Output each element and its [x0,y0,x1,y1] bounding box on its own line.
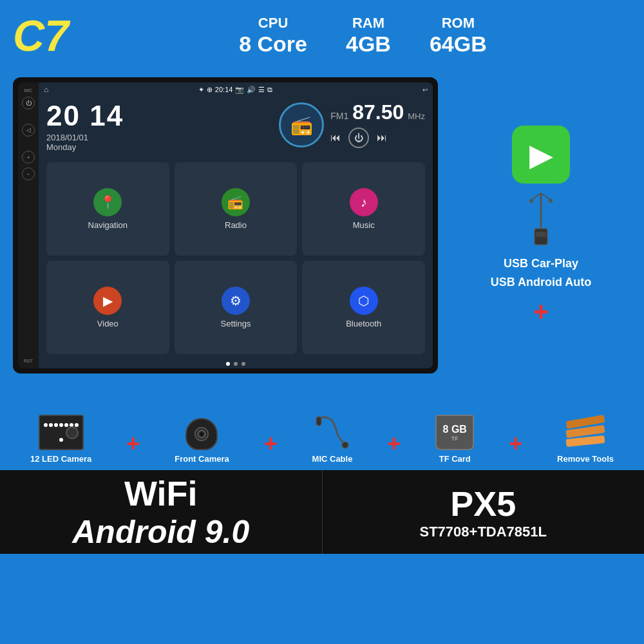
vol-up-button[interactable]: + [22,151,35,164]
bluetooth-app-icon: ⬡ [350,287,378,315]
plus-sign-1: + [533,298,549,325]
carplay-text: USB Car-Play USB Android Auto [491,254,592,292]
app-bluetooth[interactable]: ⬡ Bluetooth [302,261,425,354]
svg-line-4 [541,193,551,200]
clock-display: 20:14 [215,86,233,93]
wifi-label: WiFi [124,473,197,513]
bluetooth-icon: ✦ [198,86,204,94]
time-date: 20 14 2018/01/01 Monday [46,102,271,152]
led-camera-icon [39,415,84,450]
chip-label: ST7708+TDA7851L [420,524,547,540]
home-icon[interactable]: ⌂ [44,85,48,94]
cpu-spec: CPU 8 Core [239,15,307,57]
music-icon: ♪ [350,188,378,216]
navigation-label: Navigation [88,220,128,230]
status-bar: ⌂ ✦ ⊕ 20:14 📷 🔊 ☰ ⧉ ↩ [39,82,433,97]
mic-label: MIC [24,88,33,93]
power-button[interactable]: ⏻ [22,97,35,109]
main-content: MIC ⏻ ◁ + − RST ⌂ ✦ ⊕ [0,71,644,380]
app-settings[interactable]: ⚙ Settings [175,261,298,354]
page-dot-3 [242,362,245,366]
date-display: 2018/01/01 [46,133,271,142]
next-track-button[interactable]: ⏭ [377,132,387,144]
remove-tools-icon [563,415,608,450]
specs-grid: CPU 8 Core RAM 4GB ROM 64GB [95,15,631,57]
prev-track-button[interactable]: ⏮ [330,132,341,144]
screen: ⌂ ✦ ⊕ 20:14 📷 🔊 ☰ ⧉ ↩ [39,82,433,368]
radio-icon: 📻 [290,115,313,136]
app-grid: 📍 Navigation 📻 Radio ♪ Music ▶ Video [39,157,433,359]
back-nav-icon[interactable]: ↩ [422,86,428,93]
side-buttons: MIC ⏻ ◁ + − RST [18,82,39,368]
accessories-row: 12 LED Camera + Front Camera + MIC Cable… [0,380,644,470]
signal-icon: ☰ [258,86,265,94]
front-camera-icon [185,418,218,450]
app-radio[interactable]: 📻 Radio [175,162,298,256]
led-camera-item: 12 LED Camera [30,415,91,464]
cpu-value: 8 Core [239,32,307,57]
radio-mhz: MHz [408,111,425,121]
page-dot-2 [234,362,238,366]
plus-5: + [509,430,522,457]
front-camera-item: Front Camera [175,418,229,464]
mic-cable-icon [313,412,352,450]
status-center: ✦ ⊕ 20:14 📷 🔊 ☰ ⧉ [198,86,273,94]
px5-label: PX5 [450,484,516,524]
settings-icon: ⚙ [222,287,250,315]
remove-tools-item: Remove Tools [557,415,614,464]
svg-point-6 [549,199,553,203]
rom-label: ROM [430,15,487,32]
bottom-left: WiFi Android 9.0 [0,470,322,554]
android-label: Android 9.0 [72,513,249,551]
radio-info: FM1 87.50 MHz ⏮ ⏻ ⏭ [330,102,425,148]
vol-down-button[interactable]: − [22,167,35,180]
right-panel: ▶ USB Car-Play USB Android Auto + [451,77,631,374]
status-right: ↩ [422,86,428,93]
radio-power-button[interactable]: ⏻ [348,128,369,148]
music-label: Music [353,220,375,230]
radio-label: Radio [225,220,247,230]
bottom-section: WiFi Android 9.0 PX5 ST7708+TDA7851L [0,470,644,554]
usb-carplay-label: USB Car-Play [491,254,592,273]
led-camera-label: 12 LED Camera [30,454,91,464]
usb-cable-image [522,190,560,248]
camera-lens-svg [192,424,211,444]
radio-circle: 📻 [279,102,324,147]
gps-icon: ⊕ [207,86,213,94]
bottom-right: PX5 ST7708+TDA7851L [322,470,645,554]
navigation-icon: 📍 [93,188,122,216]
tf-card-item: 8 GB TF TF Card [435,415,474,464]
radio-controls: ⏮ ⏻ ⏭ [330,128,425,148]
remove-tools-label: Remove Tools [557,454,614,464]
volume-icon: 🔊 [247,86,256,94]
svg-rect-2 [536,232,546,237]
ram-label: RAM [346,15,391,32]
app-navigation[interactable]: 📍 Navigation [46,162,169,256]
day-display: Monday [46,142,271,152]
back-button[interactable]: ◁ [22,124,35,137]
mic-cable-item: MIC Cable [312,412,353,464]
usb-android-label: USB Android Auto [491,273,592,292]
svg-rect-11 [316,417,321,426]
time-display: 20 14 [46,102,271,130]
ram-value: 4GB [346,32,391,57]
rst-label: RST [24,359,33,363]
radio-section: 📻 FM1 87.50 MHz ⏮ ⏻ ⏭ [279,102,425,148]
carplay-icon: ▶ [512,126,570,184]
camera-icon: 📷 [235,86,244,94]
rom-spec: ROM 64GB [430,15,487,57]
settings-label: Settings [221,319,251,328]
plus-4: + [387,430,401,457]
ram-spec: RAM 4GB [346,15,391,57]
bluetooth-label: Bluetooth [346,319,381,328]
radio-band: FM1 [330,111,348,121]
cpu-label: CPU [239,15,307,32]
page-dot-1 [226,362,230,366]
app-video[interactable]: ▶ Video [46,261,169,354]
car-unit: MIC ⏻ ◁ + − RST ⌂ ✦ ⊕ [13,77,438,374]
svg-point-5 [529,199,533,203]
model-label: C7 [13,10,69,61]
video-label: Video [97,319,118,328]
app-music[interactable]: ♪ Music [302,162,425,256]
tf-card-label: TF Card [439,454,471,464]
